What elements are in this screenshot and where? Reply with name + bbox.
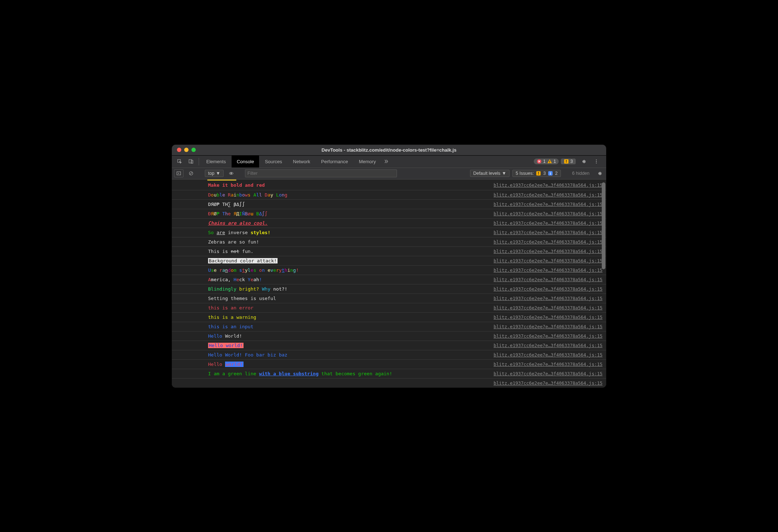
source-link[interactable]: blitz.e1937cc6e2ee7e…3f4063378a564.js:15 xyxy=(494,211,602,216)
issues-summary[interactable]: 5 Issues: 3 2 xyxy=(512,170,561,177)
tab-performance[interactable]: Performance xyxy=(316,156,353,168)
console-message: ÐЯØ₱ The ЯДIÑBøш BΔ∫∫ xyxy=(208,211,267,216)
source-link[interactable]: blitz.e1937cc6e2ee7e…3f4063378a564.js:15 xyxy=(494,202,602,207)
console-row: this is a warningblitz.e1937cc6e2ee7e…3f… xyxy=(172,312,606,322)
tab-memory[interactable]: Memory xyxy=(354,156,381,168)
source-link[interactable]: blitz.e1937cc6e2ee7e…3f4063378a564.js:15 xyxy=(494,286,602,292)
source-link[interactable]: blitz.e1937cc6e2ee7e…3f4063378a564.js:15 xyxy=(494,220,602,226)
console-row: Setting themes is usefulblitz.e1937cc6e2… xyxy=(172,294,606,303)
live-expression-icon[interactable] xyxy=(227,169,236,177)
console-message: Hello world! xyxy=(208,343,244,348)
svg-rect-20 xyxy=(550,173,551,175)
window-title: DevTools - stackblitz.com/edit/node-colo… xyxy=(172,147,606,153)
svg-point-10 xyxy=(596,161,597,162)
main-tabs: ElementsConsoleSourcesNetworkPerformance… xyxy=(172,156,606,168)
source-link[interactable]: blitz.e1937cc6e2ee7e…3f4063378a564.js:15 xyxy=(494,277,602,282)
error-icon xyxy=(537,159,542,164)
issues-label: 5 Issues: xyxy=(516,171,534,176)
svg-rect-7 xyxy=(566,160,567,162)
svg-rect-17 xyxy=(538,172,539,174)
inspect-element-icon[interactable] xyxy=(174,156,185,168)
source-link[interactable]: blitz.e1937cc6e2ee7e…3f4063378a564.js:15 xyxy=(494,267,602,273)
settings-gear-icon[interactable] xyxy=(578,159,589,164)
hidden-messages[interactable]: 6 hidden xyxy=(570,171,592,176)
console-toolbar: top ▼ Default levels ▼ 5 Issues: 3 2 6 h… xyxy=(172,168,606,180)
source-link[interactable]: blitz.e1937cc6e2ee7e…3f4063378a564.js:15 xyxy=(494,230,602,235)
svg-point-9 xyxy=(596,159,597,160)
warning-count: 1 xyxy=(554,159,556,164)
zoom-window-button[interactable] xyxy=(191,148,196,152)
issues-info-count: 2 xyxy=(555,171,558,176)
console-message: So are inverse styles! xyxy=(208,230,270,235)
source-link[interactable]: blitz.e1937cc6e2ee7e…3f4063378a564.js:15 xyxy=(494,314,602,320)
console-message xyxy=(208,380,211,386)
console-message: Make it bold and red xyxy=(208,182,265,188)
close-window-button[interactable] xyxy=(177,148,181,152)
source-link[interactable]: blitz.e1937cc6e2ee7e…3f4063378a564.js:15 xyxy=(494,371,602,376)
device-toolbar-icon[interactable] xyxy=(186,156,196,168)
tab-console[interactable]: Console xyxy=(232,156,259,168)
source-link[interactable]: blitz.e1937cc6e2ee7e…3f4063378a564.js:15 xyxy=(494,324,602,329)
console-row: I am a green line with a blue substring … xyxy=(172,369,606,378)
console-row: this is an errorblitz.e1937cc6e2ee7e…3f4… xyxy=(172,303,606,312)
source-link[interactable]: blitz.e1937cc6e2ee7e…3f4063378a564.js:15 xyxy=(494,380,602,386)
console-message: Hello world! xyxy=(208,362,244,367)
source-link[interactable]: blitz.e1937cc6e2ee7e…3f4063378a564.js:15 xyxy=(494,333,602,339)
source-link[interactable]: blitz.e1937cc6e2ee7e…3f4063378a564.js:15 xyxy=(494,249,602,254)
svg-rect-4 xyxy=(549,161,550,162)
info-icon xyxy=(548,171,553,176)
separator xyxy=(199,158,199,165)
svg-rect-8 xyxy=(566,162,567,163)
tab-network[interactable]: Network xyxy=(288,156,316,168)
issue-icon xyxy=(536,171,541,176)
console-settings-gear-icon[interactable] xyxy=(595,169,604,177)
console-row: Chains are also cool.blitz.e1937cc6e2ee7… xyxy=(172,218,606,228)
source-link[interactable]: blitz.e1937cc6e2ee7e…3f4063378a564.js:15 xyxy=(494,258,602,263)
console-row: Hello World! Foo bar biz bazblitz.e1937c… xyxy=(172,350,606,359)
console-row: Hello world!blitz.e1937cc6e2ee7e…3f40633… xyxy=(172,341,606,350)
console-row: Zebras are so fun!blitz.e1937cc6e2ee7e…3… xyxy=(172,237,606,246)
console-row: Double Rainbows All Day Longblitz.e1937c… xyxy=(172,190,606,199)
clear-console-icon[interactable] xyxy=(186,169,196,177)
console-message: Blindingly bright? Why not?! xyxy=(208,286,287,292)
context-selector[interactable]: top ▼ xyxy=(205,170,224,177)
error-count: 1 xyxy=(543,159,546,164)
errors-warnings-badge[interactable]: 1 1 xyxy=(534,159,559,164)
console-row: Hello world!blitz.e1937cc6e2ee7e…3f40633… xyxy=(172,359,606,369)
source-link[interactable]: blitz.e1937cc6e2ee7e…3f4063378a564.js:15 xyxy=(494,352,602,358)
devtools-window: DevTools - stackblitz.com/edit/node-colo… xyxy=(172,145,606,388)
console-message: Use random styles on everything! xyxy=(208,267,299,273)
console-row: Blindingly bright? Why not?!blitz.e1937c… xyxy=(172,284,606,294)
issue-count: 3 xyxy=(570,159,573,164)
console-message: America, Heck Yeah! xyxy=(208,277,262,282)
console-row: Hello World!blitz.e1937cc6e2ee7e…3f40633… xyxy=(172,331,606,341)
toggle-sidebar-icon[interactable] xyxy=(174,169,183,177)
console-message: Background color attack! xyxy=(208,258,278,263)
svg-rect-18 xyxy=(538,174,539,175)
console-message: Chains are also cool. xyxy=(208,220,267,226)
source-link[interactable]: blitz.e1937cc6e2ee7e…3f4063378a564.js:15 xyxy=(494,296,602,301)
tab-elements[interactable]: Elements xyxy=(201,156,231,168)
scrollbar-thumb[interactable] xyxy=(602,182,605,269)
issues-badge[interactable]: 3 xyxy=(561,159,576,164)
minimize-window-button[interactable] xyxy=(184,148,189,152)
source-link[interactable]: blitz.e1937cc6e2ee7e…3f4063378a564.js:15 xyxy=(494,192,602,198)
source-link[interactable]: blitz.e1937cc6e2ee7e…3f4063378a564.js:15 xyxy=(494,305,602,311)
console-row: This is not fun.blitz.e1937cc6e2ee7e…3f4… xyxy=(172,246,606,256)
source-link[interactable]: blitz.e1937cc6e2ee7e…3f4063378a564.js:15 xyxy=(494,239,602,245)
source-link[interactable]: blitz.e1937cc6e2ee7e…3f4063378a564.js:15 xyxy=(494,343,602,348)
more-tabs-icon[interactable] xyxy=(382,156,390,168)
tab-sources[interactable]: Sources xyxy=(260,156,287,168)
svg-rect-21 xyxy=(550,172,551,173)
traffic-lights xyxy=(172,148,196,152)
console-message: Double Rainbows All Day Long xyxy=(208,192,287,198)
console-output: Make it bold and redblitz.e1937cc6e2ee7e… xyxy=(172,180,606,388)
source-link[interactable]: blitz.e1937cc6e2ee7e…3f4063378a564.js:15 xyxy=(494,182,602,188)
console-message: I am a green line with a blue substring … xyxy=(208,371,392,376)
filter-input[interactable] xyxy=(245,169,397,177)
source-link[interactable]: blitz.e1937cc6e2ee7e…3f4063378a564.js:15 xyxy=(494,362,602,367)
log-levels-selector[interactable]: Default levels ▼ xyxy=(470,170,509,177)
console-message: this is an input xyxy=(208,324,253,329)
more-menu-icon[interactable] xyxy=(591,159,602,164)
console-message: Hello World! Foo bar biz baz xyxy=(208,352,287,358)
